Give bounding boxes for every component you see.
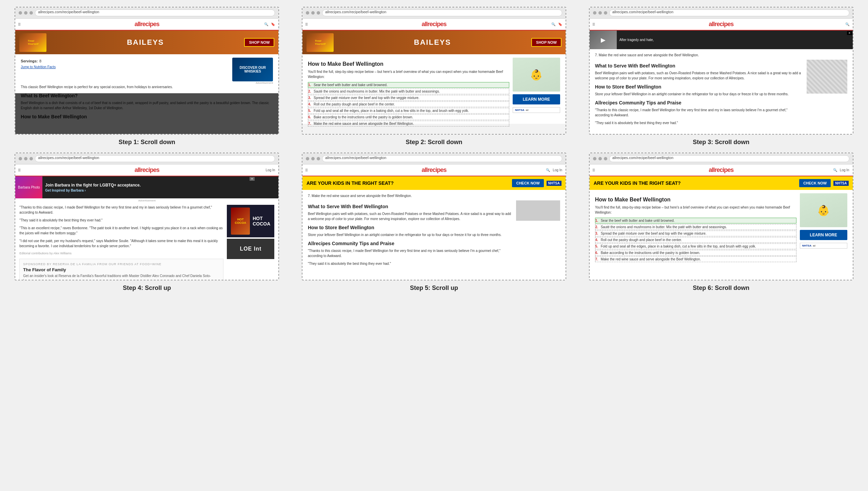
content-inner-5: 7. Make the red wine sauce and serve alo… xyxy=(302,190,566,272)
quote1-3: "Thanks to this classic recipe, I made B… xyxy=(595,107,803,118)
shop-now-btn-2[interactable]: SHOP NOW xyxy=(531,38,561,47)
shop-now-btn-1[interactable]: SHOP NOW xyxy=(244,38,274,47)
step-4-instruction-6: 4. Roll out the pastry dough and place b… xyxy=(595,237,796,243)
sponsored-text-4: Get an insider's look at Reserva de la F… xyxy=(23,274,220,280)
quote2-3: "They said it is absolutely the best thi… xyxy=(595,120,803,125)
whiskies-box-1[interactable]: DISCOVER OUR WHISKIES xyxy=(232,58,273,81)
browser-frame-3: allrecipes.com/recipe/beef-wellington ☰ … xyxy=(589,7,853,135)
loe-int-overlay: LOE Int xyxy=(227,239,274,259)
nav-icons-5: 🔍 Log In xyxy=(546,168,562,172)
step-6-instruction-6: 6. Bake according to the instructions un… xyxy=(595,250,796,256)
login-icon-6[interactable]: Log In xyxy=(840,168,849,172)
browser-toolbar-6: allrecipes.com/recipe/beef-wellington xyxy=(590,153,853,164)
ar-header-6: ☰ allrecipes 🔍 Log In xyxy=(590,164,853,176)
browser-frame-1: allrecipes.com/recipe/beef-wellington ☰ … xyxy=(15,7,279,135)
jump-nutrition-link[interactable]: Jump to Nutrition Facts xyxy=(21,65,222,69)
step-2-cell: allrecipes.com/recipe/beef-wellington ☰ … xyxy=(291,3,578,149)
nav-icons-6: 🔍 Log In xyxy=(833,168,849,172)
page-content-1: ☰ allrecipes 🔍 🔖 TreatYourself BAILEYS S… xyxy=(15,19,278,134)
hot-cocoa-img-4: HOTCOCOA xyxy=(231,208,250,235)
browser-toolbar-2: allrecipes.com/recipe/beef-wellington xyxy=(302,7,566,19)
step-5-label: Step 5: Scroll up xyxy=(410,284,458,292)
community-heading-5: Allrecipes Community Tips and Praise xyxy=(308,241,513,246)
fade-bottom-2 xyxy=(302,124,566,134)
video-thumbnail-3: ▶ xyxy=(590,31,617,49)
sponsored-box-4: SPONSORED BY RESERVA DE LA FAMILIA FROM … xyxy=(19,259,223,280)
steps-grid: allrecipes.com/recipe/beef-wellington ☰ … xyxy=(0,0,868,298)
browser-frame-6: allrecipes.com/recipe/beef-wellington ☰ … xyxy=(589,153,853,280)
step-2-instruction: 2. Sauté the onions and mushrooms in but… xyxy=(308,89,509,94)
video-thumb-3[interactable]: ▶ After tragedy and hate, ✕ xyxy=(590,31,853,49)
nhtsa-ad-5: ARE YOUR KIDS IN THE RIGHT SEAT? CHECK N… xyxy=(302,176,566,190)
baby-photo-6: 👶 xyxy=(800,193,847,227)
search-icon-5[interactable]: 🔍 xyxy=(546,168,550,172)
servings-value: 8 xyxy=(39,59,41,63)
steps-list-2: 1. Sear the beef with butter and bake un… xyxy=(308,82,509,126)
serve-body-5: Beef Wellington pairs well with potatoes… xyxy=(308,211,513,221)
ad-banner-1: TreatYourself BAILEYS SHOP NOW xyxy=(15,31,278,54)
baileys-img-2: TreatYourself xyxy=(307,33,334,52)
step-5-cell: allrecipes.com/recipe/beef-wellington ☰ … xyxy=(291,149,578,295)
baileys-brand-1: BAILEYS xyxy=(46,38,244,47)
browser-frame-5: allrecipes.com/recipe/beef-wellington ☰ … xyxy=(302,153,566,280)
nhtsa-check-btn-5[interactable]: CHECK NOW xyxy=(512,179,544,187)
ar-header-5: ☰ allrecipes 🔍 Log In xyxy=(302,164,566,176)
gray-box-5 xyxy=(516,200,560,221)
page-content-4: ☰ allrecipes Log In Barbara Photo Join B… xyxy=(15,164,278,280)
browser-dot-yellow-6 xyxy=(598,157,602,160)
browser-dot-yellow-4 xyxy=(24,157,27,160)
sponsored-label-4: SPONSORED BY RESERVA DE LA FAMILIA FROM … xyxy=(23,262,220,266)
ar-header-4: ☰ allrecipes Log In xyxy=(15,164,278,176)
browser-address-6: allrecipes.com/recipe/beef-wellington xyxy=(609,155,849,162)
store-body-3: Store your leftover Beef Wellington in a… xyxy=(595,92,803,97)
step-2-instruction-6: 2. Sauté the onions and mushrooms in but… xyxy=(595,224,796,230)
browser-dot-green-2 xyxy=(317,11,320,15)
col-main-4: "Thanks to this classic recipe, I made B… xyxy=(19,205,223,280)
ar-header-3: ☰ allrecipes 🔍 xyxy=(590,19,853,31)
browser-address-3: allrecipes.com/recipe/beef-wellington xyxy=(609,9,849,16)
step-3-label: Step 3: Scroll down xyxy=(693,139,749,146)
page-content-2: ☰ allrecipes 🔍 🔖 TreatYourself BAILEYS S… xyxy=(302,19,566,134)
allrecipes-logo-6: allrecipes xyxy=(709,166,733,174)
save-icon-2[interactable]: 🔖 xyxy=(558,22,562,26)
search-icon-6[interactable]: 🔍 xyxy=(833,168,837,172)
body-text-1: This classic Beef Wellington recipe is p… xyxy=(21,84,273,90)
nhtsa-check-btn-6[interactable]: CHECK NOW xyxy=(799,179,831,187)
learn-more-btn-2[interactable]: LEARN MORE xyxy=(513,94,560,104)
browser-toolbar-1: allrecipes.com/recipe/beef-wellington xyxy=(15,7,278,19)
col-side-6: 👶 LEARN MORE NHTSA ad xyxy=(800,193,847,263)
loe-int-text: LOE Int xyxy=(240,246,261,252)
intro-text-6: You'll find the full, step-by-step recip… xyxy=(595,205,796,215)
step-4-label: Step 4: Scroll up xyxy=(123,284,171,292)
learn-more-btn-6[interactable]: LEARN MORE xyxy=(800,230,847,240)
col-side-1: DISCOVER OUR WHISKIES Advertisement xyxy=(225,58,273,84)
step-3-instruction-6: 3. Spread the paté mixture over the beef… xyxy=(595,231,796,236)
two-col-2: How to Make Beef Wellington You'll find … xyxy=(308,58,560,127)
search-icon-2[interactable]: 🔍 xyxy=(551,22,555,26)
video-close-4[interactable]: ✕ xyxy=(250,177,255,181)
search-icon-1[interactable]: 🔍 xyxy=(264,22,268,26)
video-cta-4[interactable]: Get Inspired by Barbara › xyxy=(45,189,276,192)
col-main-1: Servings: 8 Jump to Nutrition Facts xyxy=(21,58,222,84)
login-text-4[interactable]: Log In xyxy=(266,168,275,172)
step-1-cell: allrecipes.com/recipe/beef-wellington ☰ … xyxy=(3,3,291,149)
ar-header-2: ☰ allrecipes 🔍 🔖 xyxy=(302,19,566,31)
video-text-3: After tragedy and hate, xyxy=(617,38,853,42)
play-icon-3: ▶ xyxy=(601,36,606,44)
nhtsa-logo-5: NHTSA xyxy=(547,181,561,186)
baby-photo-2: 👶 xyxy=(513,58,560,92)
search-icon-3[interactable]: 🔍 xyxy=(845,22,849,26)
col-main-2: How to Make Beef Wellington You'll find … xyxy=(308,58,509,127)
browser-dot-green-4 xyxy=(29,157,33,160)
side-img-3 xyxy=(807,60,847,94)
video-text-4: Join Barbara in the fight for LGBTQ+ acc… xyxy=(42,183,278,192)
how-to-heading-2: How to Make Beef Wellington xyxy=(308,61,509,67)
step-2-label: Step 2: Scroll down xyxy=(406,139,462,146)
serve-heading-5: What to Serve With Beef Wellington xyxy=(308,204,513,209)
nav-icons-2: 🔍 🔖 xyxy=(551,22,562,26)
video-close-3[interactable]: ✕ xyxy=(847,31,852,35)
browser-address-5: allrecipes.com/recipe/beef-wellington xyxy=(322,155,562,162)
col-main-5: What to Serve With Beef Wellington Beef … xyxy=(308,200,513,269)
save-icon-1[interactable]: 🔖 xyxy=(271,22,275,26)
login-icon-5[interactable]: Log In xyxy=(553,168,562,172)
